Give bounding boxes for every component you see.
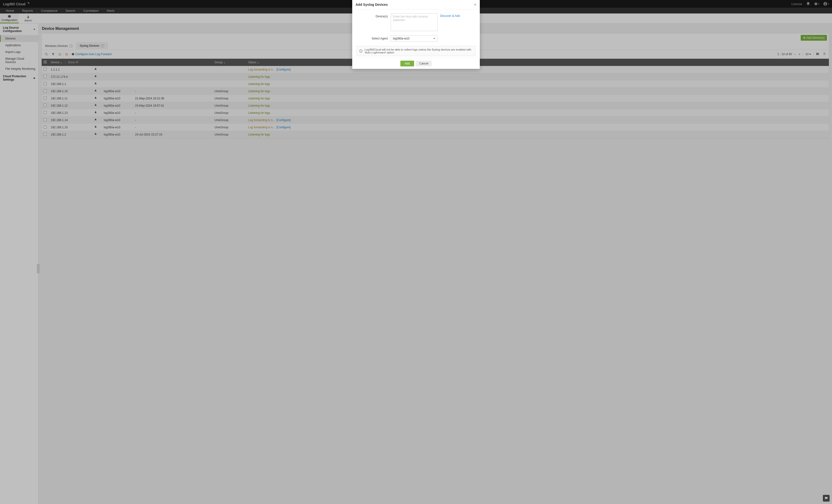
modal-add-button[interactable]: Add [400, 61, 414, 67]
info-icon [359, 49, 363, 53]
svg-rect-11 [361, 50, 361, 51]
devices-label: Device(s) [357, 13, 388, 18]
modal-overlay: Add Syslog Devices × Device(s) Discover … [0, 0, 832, 504]
agent-label: Select Agent [357, 35, 388, 40]
agent-select[interactable]: log360a-w10 [391, 35, 438, 42]
agent-select-value: log360a-w10 [393, 37, 410, 40]
devices-input[interactable] [391, 13, 438, 31]
chevron-down-icon [433, 37, 436, 40]
modal-cancel-button[interactable]: Cancel [416, 61, 432, 67]
discover-add-link[interactable]: Discover & Add [440, 13, 460, 18]
modal-close-button[interactable]: × [474, 2, 476, 7]
svg-rect-10 [361, 51, 361, 52]
add-syslog-modal: Add Syslog Devices × Device(s) Discover … [352, 0, 480, 69]
info-note: Log360Cloud will not be able to collect … [357, 46, 475, 56]
modal-title: Add Syslog Devices [356, 3, 388, 6]
